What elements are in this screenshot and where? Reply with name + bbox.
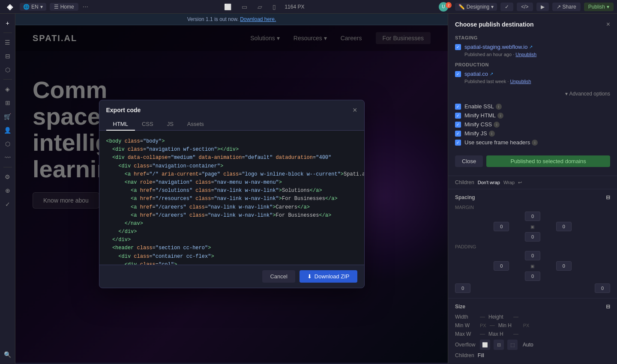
modal-tabs: HTML CSS JS Assets [99, 114, 364, 131]
version-link[interactable]: Download here. [240, 16, 276, 22]
staging-external-link-icon[interactable]: ↗ [529, 45, 533, 49]
staging-checkbox[interactable]: ✓ [455, 44, 461, 50]
sidebar-item-layers[interactable]: ⊟ [2, 50, 14, 62]
padding-right-input[interactable] [556, 261, 572, 271]
code-view-btn[interactable]: </> [517, 3, 533, 11]
share-btn[interactable]: ↗ Share [552, 3, 581, 11]
staging-domain-name[interactable]: spatial-staging.webflow.io ↗ [464, 44, 533, 50]
enable-ssl-info-icon[interactable]: i [496, 104, 502, 110]
viewport-size[interactable]: 1164 PX [285, 4, 304, 10]
viewport-controls: ⬜ ▭ ▱ ▯ 1164 PX [222, 2, 304, 12]
chevron-mode-icon: ▾ [491, 4, 494, 10]
publish-btn[interactable]: Publish ▾ [584, 3, 614, 11]
code-editor[interactable]: <body class="body"> <div class="navigati… [99, 131, 364, 265]
sidebar-item-checks[interactable]: ✓ [2, 198, 14, 210]
publish-destination-panel: Choose publish destination × Staging ✓ s… [448, 14, 617, 176]
overflow-row: Overflow ⬜ ⊟ ⬚ Auto [455, 340, 610, 350]
desktop-view-btn[interactable]: ⬜ [222, 2, 233, 12]
overflow-btn-1[interactable]: ⬜ [480, 340, 490, 350]
flex-opt-wrap[interactable]: Wrap [503, 180, 515, 185]
padding-bottom-input[interactable] [525, 272, 540, 281]
modal-close-btn[interactable]: × [353, 106, 357, 114]
margin-top-input[interactable] [525, 212, 540, 221]
minify-css-info-icon[interactable]: i [494, 122, 500, 128]
advanced-options-toggle[interactable]: ▾ Advanced options [455, 89, 610, 98]
staging-unpublish-link[interactable]: Unpublish [515, 52, 536, 57]
production-domain-name[interactable]: spatial.co ↗ [464, 71, 493, 77]
close-publish-btn[interactable]: Close [455, 155, 483, 167]
flex-opt-extra[interactable]: ↩ [518, 180, 522, 185]
chevron-down-icon: ▾ [40, 4, 43, 10]
sidebar-item-add[interactable]: + [2, 17, 14, 29]
publish-selected-btn[interactable]: Published to selected domains [486, 155, 610, 167]
topbar-right: U 2 ✏️ Designing ▾ ✓ </> ▶ ↗ Share Publi… [439, 2, 614, 12]
sidebar-item-users[interactable]: 👤 [2, 124, 14, 136]
padding-left-input[interactable] [494, 261, 509, 271]
sidebar-item-pages[interactable]: ☰ [2, 36, 14, 48]
sidebar-item-logic[interactable]: ⬡ [2, 138, 14, 150]
size-title: Size ⊟ [455, 304, 610, 310]
sidebar-item-components[interactable]: ◈ [2, 83, 14, 95]
margin-left-input[interactable] [494, 222, 509, 231]
sidebar-divider-2 [3, 79, 12, 80]
minify-css-checkbox[interactable]: ✓ [455, 122, 461, 128]
sidebar-item-forms[interactable]: 〰 [2, 152, 14, 164]
margin-bottom-input[interactable] [525, 232, 540, 242]
cancel-btn[interactable]: Cancel [262, 270, 295, 283]
sidebar-item-assets[interactable]: ⬡ [2, 64, 14, 76]
tab-html[interactable]: HTML [106, 118, 135, 131]
production-checkbox[interactable]: ✓ [455, 71, 461, 77]
modal-overlay: Export code × HTML CSS JS Assets <body c… [15, 25, 448, 363]
production-domain-row: ✓ spatial.co ↗ [455, 71, 610, 77]
enable-ssl-label: Enable SSL i [464, 103, 502, 110]
tablet-view-btn[interactable]: ▭ [240, 2, 249, 12]
sidebar-item-ecommerce[interactable]: 🛒 [2, 110, 14, 122]
app-logo: ◈ [3, 2, 16, 12]
mobile-view-btn[interactable]: ▯ [271, 2, 278, 12]
minwh-row: Min W PX — Min H PX [455, 322, 610, 328]
more-options-btn[interactable]: ··· [83, 3, 88, 11]
secure-headers-checkbox[interactable]: ✓ [455, 140, 461, 146]
minify-html-info-icon[interactable]: i [497, 113, 503, 119]
modal-title: Export code [106, 107, 141, 113]
minw-label: Min W [455, 322, 476, 328]
sidebar-item-cms[interactable]: ⊞ [2, 97, 14, 109]
production-unpublish-link[interactable]: Unpublish [510, 79, 531, 84]
mode-selector[interactable]: ✏️ Designing ▾ [455, 3, 497, 11]
sidebar-item-integrations[interactable]: ⊕ [2, 185, 14, 197]
enable-ssl-checkbox[interactable]: ✓ [455, 104, 461, 110]
publish-panel-close-btn[interactable]: × [606, 21, 610, 28]
sidebar-item-search[interactable]: 🔍 [2, 349, 14, 361]
sidebar-item-settings[interactable]: ⚙ [2, 171, 14, 183]
padding-center: ▣ [530, 263, 535, 269]
minify-html-checkbox[interactable]: ✓ [455, 113, 461, 119]
production-external-link-icon[interactable]: ↗ [490, 72, 493, 76]
tab-js[interactable]: JS [160, 118, 180, 131]
minify-js-checkbox[interactable]: ✓ [455, 131, 461, 137]
canvas-area: Version 1.1 is out now. Download here. S… [15, 14, 448, 364]
overflow-btn-3[interactable]: ⬚ [507, 340, 518, 350]
modal-footer: Cancel ⬇ Download ZIP [99, 265, 364, 288]
mobile-landscape-btn[interactable]: ▱ [256, 2, 264, 12]
size-expand-icon[interactable]: ⊟ [606, 304, 610, 310]
preview-btn[interactable]: ▶ [536, 3, 549, 11]
chevron-publish-icon: ▾ [607, 4, 609, 10]
width-row: Width — Height — [455, 314, 610, 320]
secure-headers-info-icon[interactable]: i [532, 140, 538, 146]
minify-js-info-icon[interactable]: i [489, 131, 495, 137]
overflow-btn-2[interactable]: ⊟ [494, 340, 504, 350]
download-zip-btn[interactable]: ⬇ Download ZIP [300, 270, 357, 283]
flag-icon: 🌐 [23, 4, 30, 10]
share-icon: ↗ [557, 4, 561, 10]
spacing-val-1[interactable] [455, 283, 470, 293]
flex-opt-dontwrap[interactable]: Don't wrap [478, 180, 500, 185]
checkmark-btn[interactable]: ✓ [500, 3, 513, 11]
tab-css[interactable]: CSS [135, 118, 160, 131]
spacing-val-2[interactable] [595, 283, 610, 293]
tab-assets[interactable]: Assets [180, 118, 211, 131]
canvas-content: SPATI.AL Solutions ▾ Resources ▾ Careers… [15, 25, 448, 363]
margin-right-input[interactable] [556, 222, 572, 231]
padding-top-input[interactable] [525, 251, 540, 260]
lang-selector[interactable]: 🌐 EN ▾ [20, 3, 46, 11]
page-selector[interactable]: ☰ Home [50, 3, 78, 11]
